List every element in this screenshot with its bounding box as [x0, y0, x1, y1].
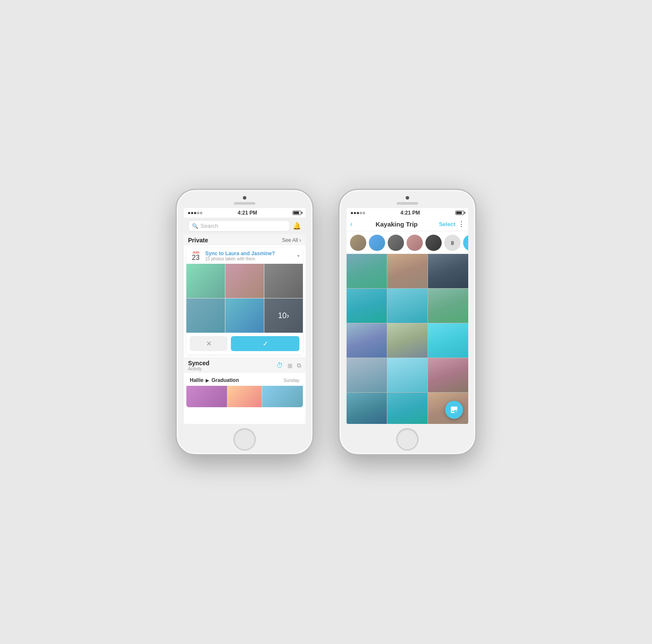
left-phone: 4:21 PM 🔍 Search 🔔 Private See All ›: [176, 189, 313, 455]
phone-top-right: [340, 190, 475, 208]
synced-title: Synced: [188, 360, 209, 367]
photo-cell-3: [264, 264, 303, 298]
see-all-button[interactable]: See All ›: [282, 237, 301, 243]
avatar-count-badge[interactable]: 8: [444, 235, 461, 251]
more-button[interactable]: ⋮: [458, 220, 465, 228]
kayak-photo-8: [387, 323, 428, 358]
activity-photo-1: [186, 386, 227, 407]
search-icon: 🔍: [192, 223, 198, 229]
kayak-photo-9: [428, 323, 468, 358]
sync-info: Sync to Laura and Jasmine? 15 photos tak…: [205, 250, 294, 261]
avatar-4[interactable]: [407, 235, 423, 251]
search-bar: 🔍 Search 🔔: [184, 218, 305, 234]
rdot1: [351, 212, 353, 214]
nav-title: Kayaking Trip: [354, 221, 439, 228]
kayak-photo-11: [387, 358, 428, 392]
right-screen: 4:21 PM ‹ Kayaking Trip Select ⋮: [347, 208, 468, 424]
add-photo-fab[interactable]: +: [445, 401, 463, 419]
private-section-header: Private See All ›: [184, 234, 305, 245]
right-phone: 4:21 PM ‹ Kayaking Trip Select ⋮: [339, 189, 476, 455]
kayak-photo-10: [347, 358, 387, 392]
clock-icon[interactable]: ⏱: [276, 362, 283, 370]
avatar-3[interactable]: [388, 235, 404, 251]
signal-left: [188, 212, 202, 214]
rdot4: [360, 212, 362, 214]
synced-section-header: Synced Activity ⏱ ⊞ ⧉: [184, 357, 305, 373]
time-left: 4:21 PM: [238, 210, 257, 216]
nav-bar: ‹ Kayaking Trip Select ⋮: [347, 218, 468, 231]
kayaking-photo-grid: [347, 254, 468, 424]
dot4: [197, 212, 199, 214]
phone-top-left: [177, 190, 312, 208]
search-input-wrap[interactable]: 🔍 Search: [188, 220, 290, 232]
battery-left: [293, 211, 301, 215]
status-bar-right: 4:21 PM: [347, 208, 468, 218]
add-member-button[interactable]: +: [463, 235, 468, 251]
status-bar-left: 4:21 PM: [184, 208, 305, 218]
photo-cell-6: 10›: [264, 298, 303, 333]
photo-grid-container: +: [347, 254, 468, 424]
sync-actions: ✕ ✓: [186, 333, 303, 355]
kayak-photo-13: [347, 393, 387, 424]
kayak-photo-3: [428, 254, 468, 288]
dot1: [188, 212, 190, 214]
kayak-photo-2: [387, 254, 428, 288]
kayak-photo-1: [347, 254, 387, 288]
select-button[interactable]: Select: [439, 221, 455, 227]
signal-right: [351, 212, 365, 214]
battery-fill-left: [293, 212, 299, 214]
stack-icon[interactable]: ⧉: [297, 362, 301, 369]
kayak-photo-7: [347, 323, 387, 358]
activity-photos: [186, 386, 303, 407]
speaker-left: [234, 202, 255, 205]
avatar-row: 8 +: [347, 231, 468, 254]
kayak-photo-4: [347, 289, 387, 323]
sync-card: JUN 23 Sync to Laura and Jasmine? 15 pho…: [186, 248, 303, 355]
rdot5: [363, 212, 365, 214]
sync-photo-grid: 10›: [186, 264, 303, 333]
sync-title: Sync to Laura and Jasmine?: [205, 250, 294, 256]
kayak-photo-5: [387, 289, 428, 323]
dot2: [191, 212, 193, 214]
home-button-right[interactable]: [396, 428, 419, 450]
svg-text:+: +: [455, 410, 458, 414]
synced-title-group: Synced Activity: [188, 360, 209, 371]
activity-person: Hallie: [190, 377, 203, 383]
battery-right: [455, 211, 464, 215]
activity-header: Hallie ▶ Graduation Sunday: [186, 375, 303, 386]
rdot2: [354, 212, 356, 214]
back-button[interactable]: ‹: [350, 220, 353, 229]
grid-icon[interactable]: ⊞: [287, 362, 293, 369]
sync-card-header: JUN 23 Sync to Laura and Jasmine? 15 pho…: [186, 248, 303, 264]
avatar-5[interactable]: [425, 235, 442, 251]
kayak-photo-14: [387, 393, 428, 424]
battery-icon-right: [455, 211, 464, 215]
home-button-left[interactable]: [233, 428, 256, 450]
activity-event: Graduation: [212, 377, 239, 383]
bell-icon[interactable]: 🔔: [293, 222, 301, 230]
activity-photo-3: [262, 386, 303, 407]
photo-cell-4: [186, 298, 225, 333]
kayak-photo-12: [428, 358, 468, 392]
photo-cell-5: [225, 298, 264, 333]
photo-cell-1: [186, 264, 225, 298]
photo-cell-2: [225, 264, 264, 298]
photo-count-overlay: 10›: [264, 298, 303, 333]
battery-icon-left: [293, 211, 301, 215]
dot3: [194, 212, 196, 214]
avatar-2[interactable]: [369, 235, 385, 251]
kayak-photo-6: [428, 289, 468, 323]
speaker-right: [397, 202, 418, 205]
camera-left: [243, 196, 246, 200]
private-title: Private: [188, 237, 208, 244]
confirm-button[interactable]: ✓: [231, 336, 299, 351]
activity-time: Sunday: [284, 378, 299, 383]
camera-right: [406, 196, 409, 200]
synced-icons: ⏱ ⊞ ⧉: [276, 362, 301, 370]
left-screen: 4:21 PM 🔍 Search 🔔 Private See All ›: [184, 208, 305, 424]
avatar-1[interactable]: [350, 235, 366, 251]
cancel-button[interactable]: ✕: [190, 336, 227, 351]
chevron-down-icon[interactable]: ▾: [297, 253, 299, 258]
activity-name-row: Hallie ▶ Graduation: [190, 377, 239, 383]
date-day: 23: [192, 254, 200, 261]
